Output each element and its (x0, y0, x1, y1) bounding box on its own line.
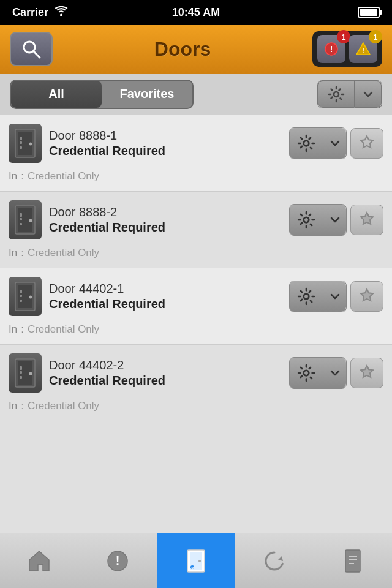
door-info: Door 8888-2 Credential Required (49, 205, 282, 235)
door-in-value: Credential Only (28, 247, 99, 259)
svg-rect-42 (345, 550, 360, 572)
door-graphic (14, 128, 36, 159)
time-label: 10:45 AM (172, 6, 220, 18)
door-controls (289, 127, 383, 159)
door-sub-info: In : Credential Only (0, 244, 392, 268)
door-favorite-button[interactable] (350, 281, 383, 312)
svg-line-1 (34, 51, 40, 58)
page-title: Doors (154, 38, 211, 61)
door-info: Door 44402-1 Credential Required (49, 282, 282, 311)
star-icon (358, 134, 376, 153)
svg-rect-25 (20, 295, 22, 297)
tab-report[interactable] (314, 533, 392, 588)
door-gear-button[interactable] (290, 128, 323, 159)
svg-rect-26 (20, 300, 22, 302)
alert-count: 1 (337, 30, 350, 43)
filter-controls (317, 80, 382, 108)
chevron-down-icon (330, 214, 341, 225)
chevron-down-icon (363, 89, 374, 100)
chevron-down-icon (330, 138, 341, 149)
gear-icon (328, 86, 345, 103)
header: Doors 1 ! 1 ! (0, 24, 392, 74)
alert-badge-button[interactable]: 1 ! (317, 35, 345, 63)
warning-icon: ! (355, 41, 371, 57)
gear-icon (297, 211, 315, 229)
svg-point-6 (334, 92, 339, 97)
tab-favorites[interactable]: Favorites (102, 81, 192, 108)
door-favorite-button[interactable] (350, 205, 383, 235)
door-in-value: Credential Only (28, 400, 99, 412)
door-in-label: In (9, 170, 17, 183)
warning-badge-button[interactable]: 1 ! (349, 35, 377, 63)
door-graphic (14, 281, 36, 312)
door-gear-button[interactable] (290, 358, 323, 388)
carrier-label: Carrier (12, 6, 48, 19)
tab-doors[interactable]: ⚙ (157, 533, 235, 588)
door-status: Credential Required (49, 297, 282, 311)
door-dropdown-button[interactable] (323, 205, 346, 235)
battery-icon (358, 7, 380, 18)
door-icon (9, 353, 42, 393)
door-icon (9, 124, 42, 163)
svg-text:!: ! (362, 46, 364, 55)
door-dropdown-button[interactable] (323, 281, 346, 312)
chevron-down-icon (330, 291, 341, 302)
door-gear-button[interactable] (290, 281, 323, 312)
door-controls (289, 281, 383, 312)
wifi-icon (55, 6, 68, 18)
door-in-label: In (9, 247, 17, 259)
door-name: Door 8888-1 (49, 129, 282, 143)
svg-rect-12 (20, 146, 22, 149)
list-item: Door 8888-1 Credential Required (0, 115, 392, 192)
svg-rect-19 (20, 223, 22, 225)
svg-point-39 (198, 560, 201, 562)
filter-tab-group: All Favorites (10, 80, 194, 109)
svg-rect-31 (20, 366, 22, 370)
tab-home[interactable] (0, 533, 78, 588)
door-info: Door 8888-1 Credential Required (49, 129, 282, 158)
door-status: Credential Required (49, 144, 282, 158)
door-name: Door 44402-2 (49, 358, 282, 372)
door-controls (289, 204, 383, 236)
door-graphic (14, 358, 36, 388)
svg-point-13 (304, 141, 309, 146)
door-in-value: Credential Only (28, 170, 99, 183)
tab-all[interactable]: All (11, 81, 102, 108)
list-gear-button[interactable] (318, 81, 355, 108)
door-graphic (14, 205, 36, 235)
door-sub-info: In : Credential Only (0, 398, 392, 421)
door-name: Door 8888-2 (49, 205, 282, 219)
tab-alerts[interactable]: ! (78, 533, 157, 588)
gear-icon (297, 134, 315, 153)
door-name: Door 44402-1 (49, 282, 282, 296)
gear-icon (297, 287, 315, 306)
tab-bar: ! ⚙ (0, 533, 392, 588)
list-item: Door 44402-1 Credential Required (0, 268, 392, 345)
svg-point-34 (304, 371, 309, 376)
gear-icon (297, 364, 315, 382)
door-status: Credential Required (49, 374, 282, 388)
door-in-value: Credential Only (28, 323, 99, 336)
svg-rect-10 (20, 137, 22, 140)
door-gear-button[interactable] (290, 205, 323, 235)
door-favorite-button[interactable] (350, 358, 383, 388)
search-button[interactable] (10, 32, 53, 66)
door-status: Credential Required (49, 221, 282, 235)
alert-circle-icon: ! (104, 548, 131, 575)
door-dropdown-button[interactable] (323, 128, 346, 159)
home-icon (26, 548, 53, 575)
door-in-label: In (9, 323, 17, 336)
door-sub-info: In : Credential Only (0, 321, 392, 344)
list-dropdown-button[interactable] (355, 81, 382, 108)
refresh-icon (261, 548, 288, 575)
door-dropdown-button[interactable] (323, 358, 346, 388)
tab-refresh[interactable] (235, 533, 314, 588)
search-icon (20, 38, 42, 60)
door-icon (9, 200, 42, 239)
alert-icon: ! (323, 41, 339, 57)
door-favorite-button[interactable] (350, 128, 383, 159)
door-list: Door 8888-1 Credential Required (0, 115, 392, 533)
svg-point-20 (304, 217, 309, 223)
svg-point-9 (29, 143, 32, 146)
star-icon (358, 211, 376, 229)
